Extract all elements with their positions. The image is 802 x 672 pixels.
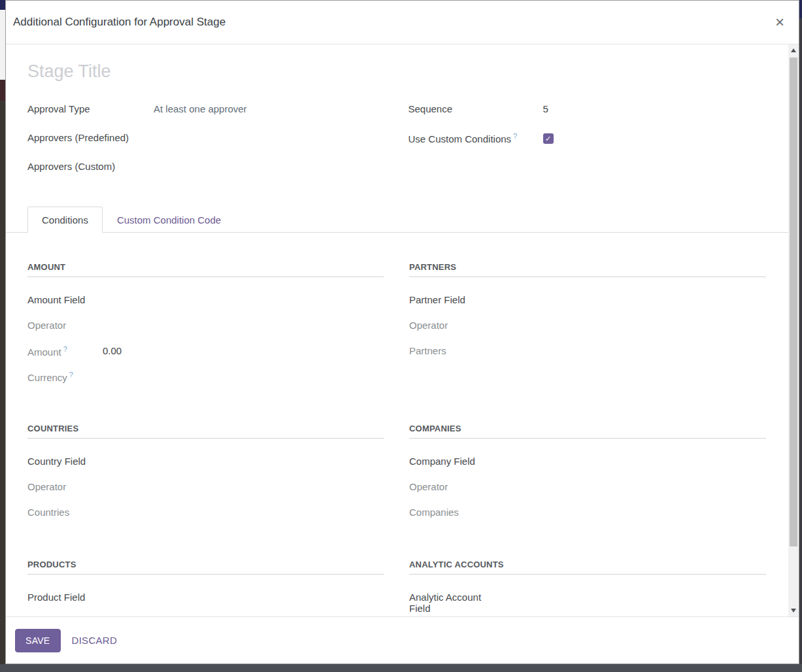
section-title: COUNTRIES — [27, 424, 384, 439]
field-row-amount-amount-field: Amount Field — [27, 294, 384, 308]
section-rows: Company FieldOperatorCompanies — [409, 456, 766, 520]
section-products: PRODUCTSProduct FieldOperatorProducts — [27, 560, 384, 616]
dialog-header: Additional Configuration for Approval St… — [6, 1, 799, 44]
field-row-countries-country-field: Country Field — [27, 456, 384, 469]
field-label: Product Field — [27, 592, 103, 603]
field-row-partners-partner-field: Partner Field — [409, 294, 766, 308]
field-label: Sequence — [409, 103, 543, 114]
vertical-scrollbar[interactable] — [788, 44, 799, 616]
dialog-scroll-area: Approval TypeAt least one approverApprov… — [6, 44, 788, 616]
stage-title-input[interactable] — [27, 59, 485, 84]
field-row-approvers-custom: Approvers (Custom) — [27, 161, 384, 176]
field-row-countries-operator: Operator — [27, 481, 384, 495]
field-row-products-product-field: Product Field — [27, 592, 384, 605]
field-label: Amount Field — [27, 294, 103, 305]
page-background: Additional Configuration for Approval St… — [0, 0, 802, 672]
field-label: Approvers (Custom) — [27, 161, 154, 172]
section-rows: Amount FieldOperatorAmount?0.00Currency? — [27, 294, 384, 384]
field-label: Partners — [409, 345, 484, 356]
field-label: Operator — [409, 481, 484, 492]
use-custom-conditions-checkbox[interactable]: ✓ — [543, 133, 554, 144]
conditions-notebook: AMOUNTAmount FieldOperatorAmount?0.00Cur… — [27, 262, 765, 616]
field-row-countries-countries: Countries — [27, 507, 384, 520]
field-label: Operator — [409, 320, 484, 331]
field-value[interactable]: 5 — [543, 103, 548, 114]
top-form: Approval TypeAt least one approverApprov… — [27, 103, 765, 190]
approval-stage-dialog: Additional Configuration for Approval St… — [5, 0, 799, 664]
field-row-partners-operator: Operator — [409, 320, 766, 333]
close-icon[interactable]: × — [774, 14, 786, 30]
field-label: Approvers (Predefined) — [27, 132, 154, 143]
section-rows: Partner FieldOperatorPartners — [409, 294, 766, 359]
field-row-approvers-predefined: Approvers (Predefined) — [27, 132, 384, 148]
section-rows: Product FieldOperatorProducts — [27, 592, 384, 616]
section-analytic-accounts: ANALYTIC ACCOUNTSAnalytic Account FieldO… — [409, 560, 766, 616]
field-row-amount-amount: Amount?0.00 — [27, 345, 384, 359]
section-title: AMOUNT — [27, 262, 384, 277]
field-label: Operator — [27, 481, 103, 492]
field-label: Operator — [27, 320, 103, 331]
section-rows: Analytic Account FieldOperatorAnalytic A… — [409, 592, 766, 616]
dialog-footer: SAVE DISCARD — [6, 616, 799, 664]
save-button[interactable]: SAVE — [15, 629, 61, 652]
help-tooltip-icon[interactable]: ? — [513, 132, 517, 140]
background-sliver — [799, 0, 802, 18]
field-label: Companies — [409, 507, 484, 518]
section-title: COMPANIES — [409, 424, 766, 439]
section-companies: COMPANIESCompany FieldOperatorCompanies — [409, 424, 766, 532]
section-rows: Country FieldOperatorCountries — [27, 456, 384, 520]
field-label: Amount? — [27, 345, 103, 358]
section-title: PRODUCTS — [27, 560, 384, 575]
scrollbar-up-arrow-icon[interactable] — [788, 44, 799, 56]
field-label: Partner Field — [409, 294, 484, 305]
help-tooltip-icon[interactable]: ? — [69, 371, 73, 378]
field-row-amount-operator: Operator — [27, 320, 384, 333]
field-row-amount-currency: Currency? — [27, 371, 384, 384]
field-row-use-custom-conditions: Use Custom Conditions?✓ — [409, 132, 765, 148]
tab-custom-condition-code[interactable]: Custom Condition Code — [103, 207, 235, 233]
discard-button[interactable]: DISCARD — [72, 635, 118, 646]
section-partners: PARTNERSPartner FieldOperatorPartners — [409, 262, 766, 396]
field-label: Country Field — [27, 456, 103, 467]
dialog-title: Additional Configuration for Approval St… — [13, 16, 226, 29]
section-countries: COUNTRIESCountry FieldOperatorCountries — [27, 424, 384, 532]
scrollbar-down-arrow-icon[interactable] — [788, 605, 799, 616]
background-sliver — [0, 10, 5, 80]
field-row-companies-company-field: Company Field — [409, 456, 766, 469]
background-sliver — [0, 80, 5, 101]
field-label: Currency? — [27, 371, 103, 383]
field-value[interactable]: 0.00 — [103, 345, 122, 356]
background-sliver — [0, 664, 802, 672]
background-sliver — [799, 18, 802, 672]
notebook-tabbar: ConditionsCustom Condition Code — [6, 207, 788, 233]
scrollbar-thumb[interactable] — [790, 58, 797, 546]
field-row-analytic-accounts-analytic-account-field: Analytic Account Field — [409, 592, 766, 605]
section-amount: AMOUNTAmount FieldOperatorAmount?0.00Cur… — [27, 262, 384, 396]
dialog-body: Approval TypeAt least one approverApprov… — [6, 44, 799, 616]
field-label: Analytic Account Field — [409, 592, 484, 614]
field-row-companies-operator: Operator — [409, 481, 766, 495]
field-label: Use Custom Conditions? — [409, 132, 543, 144]
section-title: ANALYTIC ACCOUNTS — [409, 560, 766, 575]
top-form-left-column: Approval TypeAt least one approverApprov… — [27, 103, 384, 190]
field-label: Company Field — [409, 456, 484, 467]
tab-conditions[interactable]: Conditions — [27, 207, 103, 233]
field-row-approval-type: Approval TypeAt least one approver — [27, 103, 384, 119]
field-label: Approval Type — [27, 103, 154, 114]
field-row-sequence: Sequence5 — [409, 103, 765, 119]
help-tooltip-icon[interactable]: ? — [63, 345, 67, 353]
field-label: Countries — [27, 507, 103, 518]
top-form-right-column: Sequence5Use Custom Conditions?✓ — [409, 103, 765, 190]
field-row-partners-partners: Partners — [409, 345, 766, 359]
field-row-companies-companies: Companies — [409, 507, 766, 520]
background-sliver — [0, 101, 5, 672]
background-sliver — [0, 0, 5, 10]
field-value[interactable]: At least one approver — [154, 103, 247, 114]
section-title: PARTNERS — [409, 262, 766, 277]
